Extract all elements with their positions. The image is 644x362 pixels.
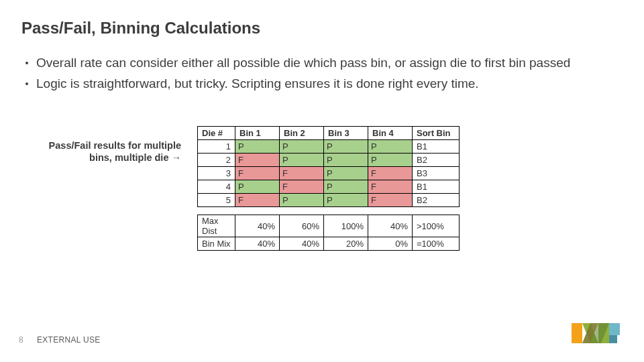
table-row: 5 F P P F B2 bbox=[198, 194, 460, 207]
svg-marker-4 bbox=[609, 323, 620, 335]
summary-value-cell: 40% bbox=[235, 237, 280, 251]
pf-cell: P bbox=[280, 154, 324, 167]
summary-row: Max Dist 40% 60% 100% 40% >100% bbox=[198, 215, 460, 237]
svg-marker-0 bbox=[572, 323, 582, 343]
header-cell: Die # bbox=[198, 127, 235, 140]
pf-cell: F bbox=[280, 167, 324, 180]
die-number-cell: 4 bbox=[198, 180, 235, 194]
table-row: 4 P F P F B1 bbox=[198, 180, 460, 194]
pf-cell: P bbox=[324, 180, 368, 194]
bullet-item: Logic is straightforward, but tricky. Sc… bbox=[25, 76, 623, 93]
svg-marker-5 bbox=[609, 335, 617, 343]
bullet-item: Overall rate can consider either all pos… bbox=[25, 55, 623, 72]
pf-cell: P bbox=[235, 140, 280, 154]
page-title: Pass/Fail, Binning Calculations bbox=[21, 19, 260, 38]
pf-cell: F bbox=[280, 180, 324, 194]
classification-label: EXTERNAL USE bbox=[37, 335, 101, 345]
summary-value-cell: 0% bbox=[368, 237, 413, 251]
summary-value-cell: 100% bbox=[324, 215, 368, 237]
summary-value-cell: 20% bbox=[324, 237, 368, 251]
pf-cell: P bbox=[324, 140, 368, 154]
pf-cell: F bbox=[235, 167, 280, 180]
nxp-logo-icon bbox=[572, 318, 625, 349]
pf-cell: P bbox=[235, 180, 280, 194]
table-side-caption: Pass/Fail results for multiple bins, mul… bbox=[27, 139, 181, 164]
summary-value-cell: 40% bbox=[280, 237, 324, 251]
pf-cell: P bbox=[368, 154, 413, 167]
bullet-list: Overall rate can consider either all pos… bbox=[25, 55, 623, 96]
table-row: 3 F F P F B3 bbox=[198, 167, 460, 180]
header-cell: Sort Bin bbox=[413, 127, 460, 140]
summary-value-cell: 40% bbox=[368, 215, 413, 237]
die-number-cell: 1 bbox=[198, 140, 235, 154]
header-cell: Bin 2 bbox=[280, 127, 324, 140]
pf-cell: P bbox=[324, 194, 368, 207]
bullet-text: Logic is straightforward, but tricky. Sc… bbox=[36, 76, 479, 93]
pf-cell: P bbox=[368, 140, 413, 154]
pf-cell: F bbox=[235, 154, 280, 167]
sort-bin-cell: B1 bbox=[413, 180, 460, 194]
summary-row: Bin Mix 40% 40% 20% 0% =100% bbox=[198, 237, 460, 251]
bullet-dot-icon bbox=[25, 62, 28, 64]
binning-table: Die # Bin 1 Bin 2 Bin 3 Bin 4 Sort Bin 1… bbox=[197, 126, 460, 251]
pf-cell: F bbox=[368, 180, 413, 194]
summary-label-cell: Max Dist bbox=[198, 215, 235, 237]
die-number-cell: 5 bbox=[198, 194, 235, 207]
pf-cell: P bbox=[280, 194, 324, 207]
summary-value-cell: 60% bbox=[280, 215, 324, 237]
pf-cell: F bbox=[368, 194, 413, 207]
pf-cell: P bbox=[324, 167, 368, 180]
die-number-cell: 2 bbox=[198, 154, 235, 167]
bullet-text: Overall rate can consider either all pos… bbox=[36, 55, 570, 72]
pf-cell: P bbox=[280, 140, 324, 154]
sort-bin-cell: B2 bbox=[413, 194, 460, 207]
pf-cell: F bbox=[235, 194, 280, 207]
header-cell: Bin 1 bbox=[235, 127, 280, 140]
bullet-dot-icon bbox=[25, 82, 28, 85]
summary-label-cell: Bin Mix bbox=[198, 237, 235, 251]
summary-total-cell: =100% bbox=[413, 237, 460, 251]
header-cell: Bin 3 bbox=[324, 127, 368, 140]
pf-cell: F bbox=[368, 167, 413, 180]
sort-bin-cell: B3 bbox=[413, 167, 460, 180]
summary-value-cell: 40% bbox=[235, 215, 280, 237]
page-number: 8 bbox=[19, 335, 23, 345]
sort-bin-cell: B1 bbox=[413, 140, 460, 154]
pf-cell: P bbox=[324, 154, 368, 167]
header-cell: Bin 4 bbox=[368, 127, 413, 140]
table-row: 2 F P P P B2 bbox=[198, 154, 460, 167]
table-row: 1 P P P P B1 bbox=[198, 140, 460, 154]
die-number-cell: 3 bbox=[198, 167, 235, 180]
sort-bin-cell: B2 bbox=[413, 154, 460, 167]
table-header-row: Die # Bin 1 Bin 2 Bin 3 Bin 4 Sort Bin bbox=[198, 127, 460, 140]
summary-total-cell: >100% bbox=[413, 215, 460, 237]
